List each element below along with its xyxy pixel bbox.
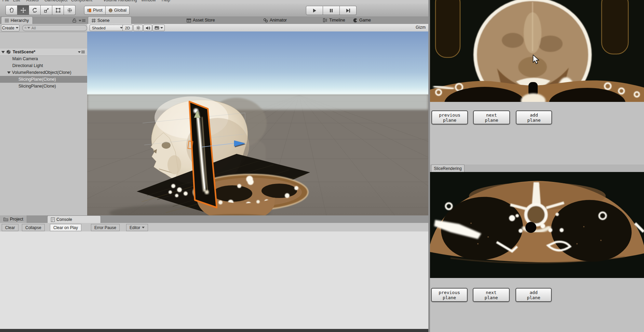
create-button[interactable]: Create (1, 25, 19, 31)
shading-mode-dropdown[interactable]: Shaded (90, 25, 125, 31)
image-icon (155, 26, 159, 30)
previous-plane-button-top[interactable]: previousplane (431, 110, 468, 124)
error-pause-toggle[interactable]: Error Pause (91, 224, 120, 231)
2d-toggle-button[interactable]: 2D (122, 25, 133, 31)
tab-project[interactable]: Project (0, 215, 27, 223)
hierarchy-row-main-camera[interactable]: Main Camera (0, 55, 99, 62)
slice-views-panel: previousplane nextplane addplane SliceRe… (428, 0, 644, 332)
hierarchy-row-directional-light[interactable]: Directional Light (0, 62, 99, 69)
tab-timeline[interactable]: Timeline (323, 16, 345, 24)
tab-scene[interactable]: Scene (88, 16, 132, 24)
editor-dropdown[interactable]: Editor (126, 224, 148, 231)
tab-console[interactable]: Console (47, 215, 101, 223)
search-filter-dropdown-icon (27, 27, 30, 29)
scene-hash-icon (92, 18, 96, 23)
gizmos-dropdown[interactable]: Gizm (416, 25, 428, 30)
foldout-triangle-icon[interactable] (7, 71, 11, 74)
global-toggle-button[interactable]: Global (106, 6, 130, 15)
combined-transform-icon (67, 8, 72, 13)
row-label: Directional Light (12, 63, 43, 68)
pivot-toggle-button[interactable]: Pivot (84, 6, 106, 15)
tab-animator[interactable]: Animator (263, 16, 287, 24)
timeline-tab-label: Timeline (329, 18, 345, 23)
menu-bar: File Edit Assets GameObject Component Vo… (0, 0, 428, 3)
menu-component[interactable]: Component (71, 0, 92, 2)
pivot-label: Pivot (93, 8, 103, 13)
asset-store-icon (187, 18, 191, 23)
effects-dropdown-button[interactable] (152, 25, 165, 31)
audio-toggle-button[interactable] (143, 25, 152, 31)
next-plane-button-bottom[interactable]: nextplane (473, 288, 510, 302)
tab-slice-rendering[interactable]: SliceRendering (431, 164, 465, 172)
animator-icon (263, 18, 268, 23)
hierarchy-list-icon (5, 19, 9, 22)
hierarchy-toolbar: Create (0, 24, 87, 32)
row-label: SlicingPlane(Clone) (18, 77, 56, 82)
scene-3d-viewport[interactable] (87, 31, 428, 215)
globe-icon (108, 8, 113, 13)
add-plane-button-top[interactable]: addplane (516, 110, 552, 124)
search-field[interactable] (22, 25, 87, 31)
menu-window[interactable]: Window (141, 0, 156, 2)
scene-options-icon[interactable] (78, 51, 85, 53)
lock-icon[interactable] (72, 18, 76, 23)
search-input[interactable] (31, 26, 85, 30)
unity-scene-icon (6, 50, 11, 54)
move-icon (21, 8, 26, 13)
collapse-button[interactable]: Collapse (22, 224, 45, 231)
project-tab-label: Project (10, 217, 23, 222)
previous-plane-button-bottom[interactable]: previousplane (431, 288, 468, 302)
window-bottom-edge (0, 329, 428, 332)
panel-options-icon[interactable] (79, 19, 85, 22)
add-plane-button-bottom[interactable]: addplane (515, 288, 552, 302)
timeline-icon (323, 18, 327, 22)
transform-tool-button[interactable] (64, 5, 76, 15)
transform-tools (5, 5, 76, 15)
sun-icon (136, 26, 140, 30)
game-view-ct-coronal-image[interactable] (430, 0, 644, 102)
menu-assets[interactable]: Assets (26, 0, 39, 2)
hierarchy-row-volume-rendered-object[interactable]: VolumeRenderedObject(Clone) (0, 69, 94, 76)
menu-help[interactable]: Help (162, 0, 170, 2)
menu-gameobject[interactable]: GameObject (44, 0, 67, 2)
menu-volume-rendering[interactable]: Volume Rendering (103, 0, 137, 2)
clear-on-play-toggle[interactable]: Clear on Play (50, 224, 81, 231)
row-label: TestScene* (13, 50, 35, 54)
console-tab-bar: Project Console (0, 215, 428, 223)
slice-rendering-tab-label: SliceRendering (434, 166, 461, 171)
unity-editor-window: File Edit Assets GameObject Component Vo… (0, 0, 644, 332)
pause-button[interactable] (323, 6, 340, 15)
tab-asset-store[interactable]: Asset Store (187, 16, 215, 24)
scene-panel: Scene Asset Store Animator Timeline Game… (87, 16, 428, 215)
lighting-toggle-button[interactable] (133, 25, 143, 31)
create-label: Create (2, 26, 14, 30)
console-log-area[interactable] (0, 231, 428, 329)
slice-rendering-ct-axial-image[interactable] (430, 172, 644, 278)
chevron-down-icon (160, 27, 163, 29)
pivot-icon (87, 8, 92, 13)
rotate-icon (32, 8, 38, 13)
speaker-icon (146, 26, 150, 30)
foldout-triangle-icon[interactable] (1, 51, 5, 53)
hand-tool-button[interactable] (5, 5, 17, 15)
scale-tool-button[interactable] (41, 5, 52, 15)
menu-edit[interactable]: Edit (13, 0, 20, 2)
play-button[interactable] (306, 6, 323, 15)
step-button[interactable] (340, 6, 357, 15)
folder-icon (3, 217, 8, 221)
tab-game[interactable]: Game (353, 16, 371, 24)
next-plane-button-top[interactable]: nextplane (473, 110, 510, 124)
rotate-tool-button[interactable] (29, 5, 41, 15)
global-label: Global (114, 8, 126, 13)
rect-tool-button[interactable] (52, 5, 64, 15)
menu-file[interactable]: File (2, 0, 9, 2)
2d-label: 2D (125, 26, 130, 30)
move-tool-button[interactable] (17, 5, 29, 15)
scale-icon (44, 8, 49, 13)
tab-hierarchy[interactable]: Hierarchy (1, 16, 33, 24)
row-label: SlicingPlane(Clone) (18, 84, 56, 89)
clear-button[interactable]: Clear (2, 224, 18, 231)
row-label: VolumeRenderedObject(Clone) (12, 70, 71, 75)
hierarchy-row-scene[interactable]: TestScene* (0, 49, 87, 56)
play-controls (306, 6, 357, 15)
